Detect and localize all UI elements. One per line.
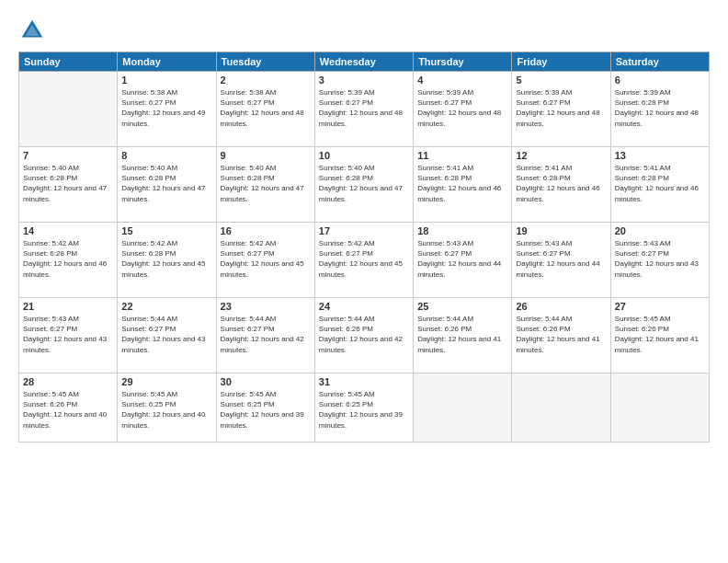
day-cell: 23Sunrise: 5:44 AMSunset: 6:27 PMDayligh… (216, 298, 314, 373)
calendar: SundayMondayTuesdayWednesdayThursdayFrid… (18, 52, 710, 442)
day-info: Sunrise: 5:44 AMSunset: 6:27 PMDaylight:… (121, 314, 211, 355)
day-cell: 12Sunrise: 5:41 AMSunset: 6:28 PMDayligh… (512, 147, 610, 223)
day-number: 4 (417, 75, 507, 86)
day-info: Sunrise: 5:43 AMSunset: 6:27 PMDaylight:… (615, 238, 705, 280)
day-cell: 15Sunrise: 5:42 AMSunset: 6:28 PMDayligh… (118, 223, 216, 298)
day-number: 13 (615, 150, 705, 161)
week-row-3: 14Sunrise: 5:42 AMSunset: 6:28 PMDayligh… (19, 223, 710, 298)
day-info: Sunrise: 5:43 AMSunset: 6:27 PMDaylight:… (516, 238, 606, 280)
day-info: Sunrise: 5:43 AMSunset: 6:27 PMDaylight:… (417, 238, 507, 280)
day-cell (19, 72, 118, 147)
day-info: Sunrise: 5:40 AMSunset: 6:28 PMDaylight:… (319, 163, 409, 204)
day-cell: 5Sunrise: 5:39 AMSunset: 6:27 PMDaylight… (512, 72, 610, 147)
day-info: Sunrise: 5:45 AMSunset: 6:25 PMDaylight:… (221, 389, 311, 431)
day-cell: 27Sunrise: 5:45 AMSunset: 6:26 PMDayligh… (610, 298, 709, 373)
day-cell: 18Sunrise: 5:43 AMSunset: 6:27 PMDayligh… (414, 223, 512, 298)
day-number: 31 (319, 376, 409, 387)
header (18, 17, 710, 44)
day-info: Sunrise: 5:44 AMSunset: 6:26 PMDaylight:… (417, 314, 507, 355)
day-number: 1 (121, 75, 211, 86)
day-cell: 11Sunrise: 5:41 AMSunset: 6:28 PMDayligh… (414, 147, 512, 223)
week-row-4: 21Sunrise: 5:43 AMSunset: 6:27 PMDayligh… (19, 298, 710, 373)
day-cell: 28Sunrise: 5:45 AMSunset: 6:26 PMDayligh… (19, 373, 118, 442)
day-number: 14 (23, 225, 113, 236)
page: SundayMondayTuesdayWednesdayThursdayFrid… (0, 0, 728, 563)
day-cell (610, 373, 709, 442)
day-info: Sunrise: 5:40 AMSunset: 6:28 PMDaylight:… (121, 163, 211, 204)
day-info: Sunrise: 5:41 AMSunset: 6:28 PMDaylight:… (615, 163, 705, 204)
day-number: 26 (516, 301, 606, 312)
day-cell: 9Sunrise: 5:40 AMSunset: 6:28 PMDaylight… (216, 147, 314, 223)
day-info: Sunrise: 5:39 AMSunset: 6:27 PMDaylight:… (417, 87, 507, 129)
day-cell: 29Sunrise: 5:45 AMSunset: 6:25 PMDayligh… (118, 373, 216, 442)
day-info: Sunrise: 5:45 AMSunset: 6:26 PMDaylight:… (615, 314, 705, 355)
day-number: 28 (23, 376, 113, 387)
day-number: 6 (615, 75, 705, 86)
day-cell: 22Sunrise: 5:44 AMSunset: 6:27 PMDayligh… (118, 298, 216, 373)
day-cell (414, 373, 512, 442)
day-cell: 26Sunrise: 5:44 AMSunset: 6:26 PMDayligh… (512, 298, 610, 373)
day-info: Sunrise: 5:45 AMSunset: 6:25 PMDaylight:… (319, 389, 409, 431)
day-header-saturday: Saturday (610, 52, 709, 72)
day-number: 19 (516, 225, 606, 236)
day-number: 10 (319, 150, 409, 161)
day-cell: 2Sunrise: 5:38 AMSunset: 6:27 PMDaylight… (216, 72, 314, 147)
day-info: Sunrise: 5:42 AMSunset: 6:28 PMDaylight:… (121, 238, 211, 280)
day-info: Sunrise: 5:42 AMSunset: 6:27 PMDaylight:… (319, 238, 409, 280)
day-number: 11 (417, 150, 507, 161)
day-info: Sunrise: 5:42 AMSunset: 6:28 PMDaylight:… (23, 238, 113, 280)
day-cell: 25Sunrise: 5:44 AMSunset: 6:26 PMDayligh… (414, 298, 512, 373)
day-header-monday: Monday (118, 52, 216, 72)
day-info: Sunrise: 5:41 AMSunset: 6:28 PMDaylight:… (417, 163, 507, 204)
day-number: 8 (121, 150, 211, 161)
logo-icon (18, 17, 46, 44)
day-number: 17 (319, 225, 409, 236)
day-cell: 24Sunrise: 5:44 AMSunset: 6:26 PMDayligh… (314, 298, 413, 373)
day-info: Sunrise: 5:40 AMSunset: 6:28 PMDaylight:… (221, 163, 311, 204)
day-number: 12 (516, 150, 606, 161)
day-number: 5 (516, 75, 606, 86)
day-cell: 4Sunrise: 5:39 AMSunset: 6:27 PMDaylight… (414, 72, 512, 147)
day-header-wednesday: Wednesday (314, 52, 413, 72)
day-cell: 13Sunrise: 5:41 AMSunset: 6:28 PMDayligh… (610, 147, 709, 223)
day-info: Sunrise: 5:39 AMSunset: 6:27 PMDaylight:… (319, 87, 409, 129)
day-cell: 3Sunrise: 5:39 AMSunset: 6:27 PMDaylight… (314, 72, 413, 147)
day-number: 9 (221, 150, 311, 161)
day-header-sunday: Sunday (19, 52, 118, 72)
week-row-2: 7Sunrise: 5:40 AMSunset: 6:28 PMDaylight… (19, 147, 710, 223)
day-number: 18 (417, 225, 507, 236)
day-info: Sunrise: 5:40 AMSunset: 6:28 PMDaylight:… (23, 163, 113, 204)
week-row-5: 28Sunrise: 5:45 AMSunset: 6:26 PMDayligh… (19, 373, 710, 442)
day-cell: 6Sunrise: 5:39 AMSunset: 6:28 PMDaylight… (610, 72, 709, 147)
day-number: 25 (417, 301, 507, 312)
day-header-friday: Friday (512, 52, 610, 72)
day-cell: 20Sunrise: 5:43 AMSunset: 6:27 PMDayligh… (610, 223, 709, 298)
day-cell: 10Sunrise: 5:40 AMSunset: 6:28 PMDayligh… (314, 147, 413, 223)
day-info: Sunrise: 5:41 AMSunset: 6:28 PMDaylight:… (516, 163, 606, 204)
day-cell: 31Sunrise: 5:45 AMSunset: 6:25 PMDayligh… (314, 373, 413, 442)
day-number: 3 (319, 75, 409, 86)
day-number: 15 (121, 225, 211, 236)
day-header-tuesday: Tuesday (216, 52, 314, 72)
day-info: Sunrise: 5:44 AMSunset: 6:27 PMDaylight:… (221, 314, 311, 355)
week-row-1: 1Sunrise: 5:38 AMSunset: 6:27 PMDaylight… (19, 72, 710, 147)
day-number: 30 (221, 376, 311, 387)
day-cell (512, 373, 610, 442)
day-number: 16 (221, 225, 311, 236)
day-info: Sunrise: 5:38 AMSunset: 6:27 PMDaylight:… (121, 87, 211, 129)
day-info: Sunrise: 5:42 AMSunset: 6:27 PMDaylight:… (221, 238, 311, 280)
day-cell: 8Sunrise: 5:40 AMSunset: 6:28 PMDaylight… (118, 147, 216, 223)
day-cell: 1Sunrise: 5:38 AMSunset: 6:27 PMDaylight… (118, 72, 216, 147)
day-header-thursday: Thursday (414, 52, 512, 72)
day-info: Sunrise: 5:45 AMSunset: 6:25 PMDaylight:… (121, 389, 211, 431)
day-number: 7 (23, 150, 113, 161)
logo (18, 17, 50, 44)
day-info: Sunrise: 5:45 AMSunset: 6:26 PMDaylight:… (23, 389, 113, 431)
day-number: 2 (221, 75, 311, 86)
day-number: 29 (121, 376, 211, 387)
day-cell: 21Sunrise: 5:43 AMSunset: 6:27 PMDayligh… (19, 298, 118, 373)
day-number: 20 (615, 225, 705, 236)
day-info: Sunrise: 5:44 AMSunset: 6:26 PMDaylight:… (319, 314, 409, 355)
day-info: Sunrise: 5:39 AMSunset: 6:27 PMDaylight:… (516, 87, 606, 129)
day-cell: 16Sunrise: 5:42 AMSunset: 6:27 PMDayligh… (216, 223, 314, 298)
